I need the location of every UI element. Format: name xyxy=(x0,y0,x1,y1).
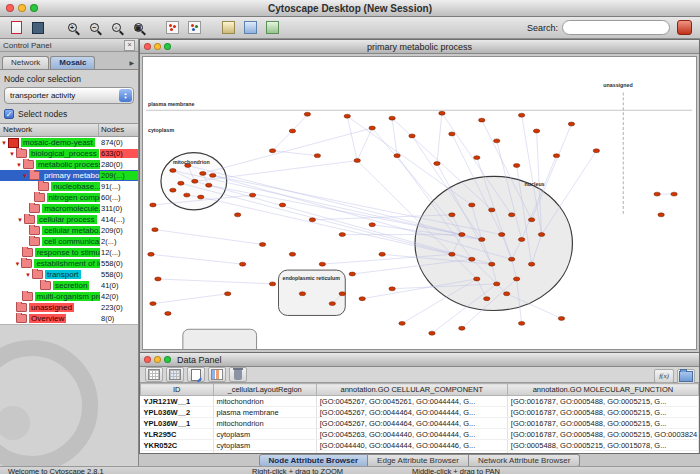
zoom-selected-icon[interactable]: ▫ xyxy=(106,19,126,36)
network-node[interactable] xyxy=(479,118,485,122)
network-node[interactable] xyxy=(449,252,455,256)
network-node[interactable] xyxy=(319,262,325,266)
data-panel-close-button[interactable] xyxy=(144,356,151,363)
network-node[interactable] xyxy=(155,277,161,281)
column-header[interactable]: annotation.GO MOLECULAR_FUNCTION xyxy=(507,384,698,396)
zoom-in-icon[interactable]: + xyxy=(62,19,82,36)
first-neighbors-icon[interactable] xyxy=(162,19,182,36)
save-session-icon[interactable] xyxy=(28,19,48,36)
unselect-attributes-icon[interactable] xyxy=(166,367,184,382)
import-attributes-icon[interactable] xyxy=(677,369,695,384)
table-row[interactable]: YKR052Ccytoplasm[GO:0044440, GO:0044444,… xyxy=(141,440,699,451)
table-row[interactable]: YPL036W__2plasma membrane[GO:0045267, GO… xyxy=(141,407,699,418)
tree-item[interactable]: ▼primary metabo...209(...) xyxy=(0,170,138,181)
network-node[interactable] xyxy=(192,179,198,183)
network-node[interactable] xyxy=(314,154,320,158)
column-header[interactable]: annotation.GO CELLULAR_COMPONENT xyxy=(316,384,507,396)
expand-triangle-icon[interactable]: ▼ xyxy=(0,140,8,146)
network-node[interactable] xyxy=(329,302,335,306)
tree-item[interactable]: Overview8(0) xyxy=(0,313,138,324)
new-attribute-icon[interactable] xyxy=(187,367,205,382)
window-titlebar[interactable]: Cytoscape Desktop (New Session) xyxy=(0,0,700,17)
network-node[interactable] xyxy=(210,173,216,177)
tree-item[interactable]: nitrogen compo...60(...) xyxy=(0,192,138,203)
network-node[interactable] xyxy=(654,192,660,196)
network-node[interactable] xyxy=(409,134,415,138)
network-node[interactable] xyxy=(369,126,375,130)
dropdown-stepper-icon[interactable] xyxy=(119,89,132,102)
table-row[interactable]: YPL036W__1mitochondrion[GO:0045267, GO:0… xyxy=(141,418,699,429)
network-node[interactable] xyxy=(349,272,355,276)
data-panel-minimize-button[interactable] xyxy=(154,356,161,363)
tree-item[interactable]: ▼transport558(0) xyxy=(0,269,138,280)
data-panel-zoom-button[interactable] xyxy=(164,356,171,363)
tab-node-attribute-browser[interactable]: Node Attribute Browser xyxy=(259,454,369,467)
column-header[interactable]: _cellularLayoutRegion xyxy=(213,384,316,396)
network-node[interactable] xyxy=(484,297,490,301)
network-node[interactable] xyxy=(449,132,455,136)
network-canvas[interactable]: plasma membranecytoplasmmitochondrionnuc… xyxy=(142,56,697,350)
network-node[interactable] xyxy=(269,282,275,286)
network-node[interactable] xyxy=(658,213,664,217)
network-node[interactable] xyxy=(518,321,524,325)
nodes-column-header[interactable]: Nodes xyxy=(99,124,138,136)
network-node[interactable] xyxy=(389,287,395,291)
network-node[interactable] xyxy=(289,252,295,256)
network-node[interactable] xyxy=(148,252,154,256)
tab-network[interactable]: Network xyxy=(2,56,49,69)
network-node[interactable] xyxy=(379,252,385,256)
expand-triangle-icon[interactable]: ▼ xyxy=(15,162,23,168)
network-node[interactable] xyxy=(434,162,440,166)
network-node[interactable] xyxy=(369,223,375,227)
data-panel-titlebar[interactable]: Data Panel xyxy=(140,353,699,367)
tree-item[interactable]: ▼biological_process633(0) xyxy=(0,148,138,159)
minimize-window-button[interactable] xyxy=(18,4,26,12)
plugin-manager-icon[interactable] xyxy=(262,19,282,36)
network-node[interactable] xyxy=(503,292,509,296)
network-node[interactable] xyxy=(499,233,505,237)
search-input[interactable] xyxy=(562,20,670,35)
tree-item[interactable]: multi-organism pro...42(0) xyxy=(0,291,138,302)
network-node[interactable] xyxy=(198,195,204,199)
network-node[interactable] xyxy=(489,208,495,212)
network-node[interactable] xyxy=(429,331,435,335)
tree-item[interactable]: ▼establishment of lo...558(0) xyxy=(0,258,138,269)
tab-edge-attribute-browser[interactable]: Edge Attribute Browser xyxy=(368,454,469,467)
network-node[interactable] xyxy=(150,203,156,207)
network-node[interactable] xyxy=(671,192,677,196)
network-node[interactable] xyxy=(299,292,305,296)
close-panel-icon[interactable] xyxy=(124,40,135,51)
network-node[interactable] xyxy=(568,122,574,126)
table-row[interactable]: YDR039C__1mitochondrion[GO:0044440, GO:0… xyxy=(141,451,699,454)
zoom-window-button[interactable] xyxy=(30,4,38,12)
tree-item[interactable]: cell communica...2(...) xyxy=(0,236,138,247)
zoom-out-icon[interactable]: − xyxy=(84,19,104,36)
close-window-button[interactable] xyxy=(6,4,14,12)
annotation-icon[interactable] xyxy=(218,19,238,36)
tree-item[interactable]: ▼metabolic process280(0) xyxy=(0,159,138,170)
network-node[interactable] xyxy=(309,218,315,222)
network-node[interactable] xyxy=(538,233,544,237)
tab-network-attribute-browser[interactable]: Network Attribute Browser xyxy=(469,454,580,467)
network-node[interactable] xyxy=(184,193,190,197)
expand-triangle-icon[interactable]: ▼ xyxy=(24,272,32,278)
expand-triangle-icon[interactable]: ▼ xyxy=(21,173,29,179)
network-node[interactable] xyxy=(553,154,559,158)
network-node[interactable] xyxy=(170,168,176,172)
import-network-icon[interactable] xyxy=(6,19,26,36)
network-node[interactable] xyxy=(399,321,405,325)
network-node[interactable] xyxy=(459,233,465,237)
network-node[interactable] xyxy=(339,233,345,237)
network-graph[interactable]: plasma membranecytoplasmmitochondrionnuc… xyxy=(143,57,696,349)
network-node[interactable] xyxy=(339,292,345,296)
tab-mosaic[interactable]: Mosaic xyxy=(50,56,95,69)
network-node[interactable] xyxy=(459,326,465,330)
network-node[interactable] xyxy=(513,164,519,168)
network-node[interactable] xyxy=(200,171,206,175)
network-node[interactable] xyxy=(178,181,184,185)
network-node[interactable] xyxy=(279,203,285,207)
network-node[interactable] xyxy=(354,159,360,163)
tree-item[interactable]: cellular metabo...209(0) xyxy=(0,225,138,236)
network-node[interactable] xyxy=(394,154,400,158)
delete-attribute-icon[interactable] xyxy=(229,367,247,382)
